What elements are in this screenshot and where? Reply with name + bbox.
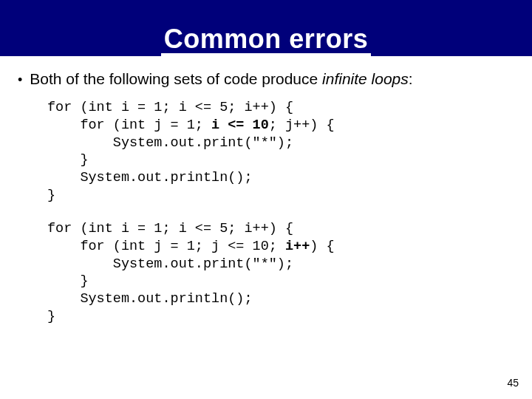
bullet-prefix: Both of the following sets of code produ… [30, 70, 322, 87]
code-line: System.out.print("*"); [47, 256, 293, 272]
code-line: for (int i = 1; i <= 5; i++) { [47, 221, 293, 236]
slide: Common errors • Both of the following se… [0, 0, 532, 399]
bullet-suffix: : [409, 70, 413, 87]
code-block-1: for (int i = 1; i <= 5; i++) { for (int … [47, 99, 514, 204]
content-area: • Both of the following sets of code pro… [0, 56, 532, 325]
bullet-text: Both of the following sets of code produ… [30, 69, 412, 89]
bullet-italic: infinite loops [322, 70, 409, 87]
code-line: for (int j = 1; [47, 117, 211, 133]
code-line: ; j++) { [269, 117, 335, 133]
code-line: System.out.print("*"); [47, 135, 293, 151]
code-line: } [47, 309, 55, 324]
code-line: System.out.println(); [47, 291, 253, 307]
code-error-highlight: i++ [285, 239, 310, 254]
code-error-highlight: i <= 10 [211, 117, 269, 133]
code-line: System.out.println(); [47, 170, 253, 185]
code-line: for (int j = 1; j <= 10; [47, 239, 285, 254]
bullet-icon: • [18, 72, 22, 89]
title-band: Common errors [0, 0, 532, 56]
page-number: 45 [507, 377, 519, 389]
code-block-2: for (int i = 1; i <= 5; i++) { for (int … [47, 220, 514, 325]
code-line: ) { [310, 239, 334, 254]
code-line: } [47, 273, 89, 289]
bullet-item: • Both of the following sets of code pro… [18, 69, 514, 89]
code-line: } [47, 188, 55, 203]
code-line: for (int i = 1; i <= 5; i++) { [47, 100, 293, 115]
code-line: } [47, 152, 89, 168]
slide-title: Common errors [161, 25, 372, 56]
